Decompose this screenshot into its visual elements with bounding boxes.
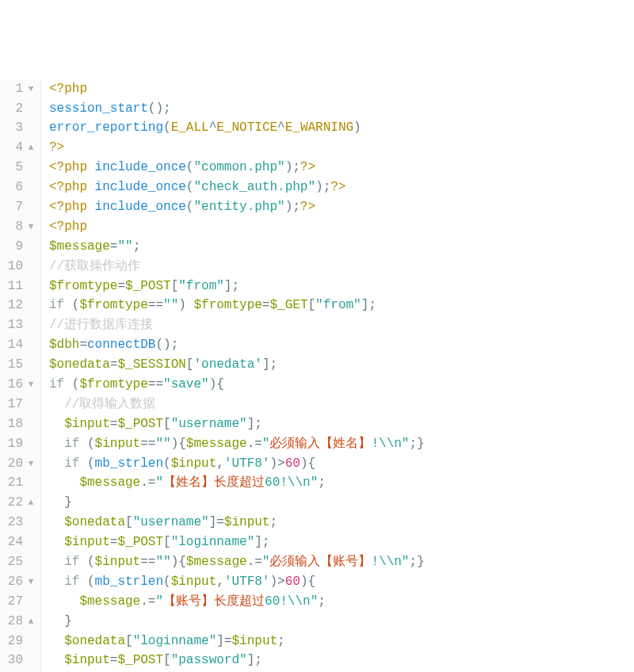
code-line[interactable]: if (mb_strlen($input,'UTF8')>60){ [49,572,634,592]
line-number: 6 [0,178,37,197]
code-area[interactable]: <?phpsession_start();error_reporting(E_A… [41,79,634,672]
code-line[interactable]: <?php include_once("check_auth.php");?> [49,178,634,197]
token: ; [133,239,141,254]
token: $message [49,239,110,254]
line-number: 10 [0,257,37,277]
fold-close-icon[interactable]: ▲ [26,493,36,513]
fold-open-icon[interactable]: ▼ [26,79,36,99]
token: "from" [178,279,224,293]
token: == [148,377,163,391]
token: $message [186,555,247,569]
token: .= [140,475,155,490]
token: == [140,437,155,451]
code-line[interactable]: $onedata=$_SESSION['onedata']; [49,355,634,375]
code-line[interactable]: <?php include_once("entity.php");?> [49,197,634,217]
token: ]; [224,279,239,293]
fold-open-icon[interactable]: ▼ [26,375,36,395]
token: 必须输入【账号】 [269,555,371,569]
code-line[interactable]: //进行数据库连接 [49,315,634,335]
token: ]; [254,535,269,549]
token: //取得输入数据 [64,397,155,411]
fold-open-icon[interactable]: ▼ [26,454,36,474]
token: " [262,555,270,569]
line-number: 4▲ [0,138,37,158]
token: " [155,594,163,609]
token: , [216,575,224,589]
code-line[interactable]: $dbh=connectDB(); [49,335,634,355]
line-number: 13 [0,315,37,335]
line-number: 12 [0,296,37,315]
code-line[interactable]: $message=""; [49,237,634,257]
token [49,417,64,431]
token: $fromtype [193,298,262,312]
token: ( [79,555,94,569]
code-line[interactable]: $fromtype=$_POST["from"]; [49,277,634,296]
token: "loginname" [133,634,217,648]
token: .= [247,437,262,451]
code-line[interactable]: //获取操作动作 [49,257,634,277]
code-line[interactable]: $onedata["loginname"]=$input; [49,632,634,651]
code-line[interactable]: ?> [49,138,634,158]
token: "username" [133,515,209,529]
token [49,653,64,667]
token [49,555,64,569]
fold-open-icon[interactable]: ▼ [26,572,36,592]
line-number: 26▼ [0,572,37,592]
code-line[interactable]: if ($fromtype=="") $fromtype=$_GET["from… [49,296,634,315]
token: [ [307,298,315,312]
token: !\\n" [371,555,409,569]
token: ) [269,575,277,589]
code-line[interactable]: <?php [49,217,634,237]
code-line[interactable]: $input=$_POST["password"]; [49,651,634,670]
code-line[interactable]: <?php [49,79,634,99]
code-line[interactable]: $input=$_POST["loginname"]; [49,533,634,552]
code-editor[interactable]: 1▼234▲5678▼910111213141516▼17181920▼2122… [0,79,634,672]
token: $_POST [117,417,163,431]
token: = [110,535,118,549]
token: $fromtype [79,298,147,312]
token: [ [125,515,133,529]
code-line[interactable]: $message.="【姓名】长度超过60!\\n"; [49,473,634,493]
token: ){ [300,575,315,589]
line-number: 2 [0,99,37,119]
line-number: 23 [0,513,37,533]
token [49,456,64,471]
token: ^ [209,120,217,135]
line-number: 9 [0,237,37,257]
token: $input [64,653,110,667]
code-line[interactable]: $input=$_POST["username"]; [49,414,634,434]
token: $_SESSION [117,357,185,372]
token: if [49,298,64,312]
code-line[interactable]: <?php include_once("common.php");?> [49,158,634,178]
code-line[interactable]: if ($input==""){$message.="必须输入【姓名】!\\n"… [49,434,634,454]
token [49,535,64,549]
token: $fromtype [49,279,117,293]
token: mb_strlen [95,575,163,589]
token: mb_strlen [95,456,163,471]
code-line[interactable]: error_reporting(E_ALL^E_NOTICE^E_WARNING… [49,118,634,138]
token [49,437,64,451]
token: E_ALL [171,120,209,135]
token: $input [64,535,110,549]
code-line[interactable]: } [49,493,634,513]
code-line[interactable]: } [49,612,634,632]
token: ]; [262,357,277,372]
token: .= [140,594,155,609]
code-line[interactable]: session_start(); [49,99,634,119]
token: $input [95,555,141,569]
token: $input [95,437,141,451]
code-line[interactable]: if ($fromtype=="save"){ [49,375,634,395]
fold-close-icon[interactable]: ▲ [26,138,36,158]
token: ); [315,180,330,194]
line-number-gutter: 1▼234▲5678▼910111213141516▼17181920▼2122… [0,79,41,672]
token: $_POST [117,535,163,549]
code-line[interactable]: $message.="【账号】长度超过60!\\n"; [49,592,634,612]
fold-open-icon[interactable]: ▼ [26,217,36,237]
code-line[interactable]: //取得输入数据 [49,395,634,414]
code-line[interactable]: if ($input==""){$message.="必须输入【账号】!\\n"… [49,552,634,572]
code-line[interactable]: $onedata["username"]=$input; [49,513,634,533]
token: [ [186,357,194,372]
token: $message [79,475,140,490]
fold-close-icon[interactable]: ▲ [26,612,36,632]
code-line[interactable]: if (mb_strlen($input,'UTF8')>60){ [49,454,634,474]
